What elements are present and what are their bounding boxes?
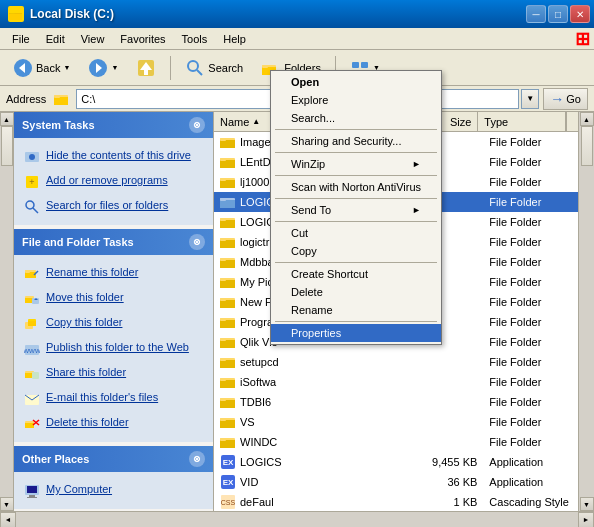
menu-tools[interactable]: Tools — [174, 31, 216, 47]
horiz-scroll-track — [16, 512, 578, 527]
table-row[interactable]: EX LOGICS9,455 KBApplication — [214, 452, 578, 472]
other-places-title: Other Places — [22, 453, 89, 465]
file-folder-tasks-header[interactable]: File and Folder Tasks ⊗ — [14, 229, 213, 255]
file-folder-tasks-collapse[interactable]: ⊗ — [189, 234, 205, 250]
menu-edit[interactable]: Edit — [38, 31, 73, 47]
svg-rect-92 — [220, 378, 226, 381]
forward-dropdown[interactable]: ▼ — [111, 64, 118, 71]
sidebar-item-move[interactable]: Move this folder — [18, 286, 209, 311]
menu-help[interactable]: Help — [215, 31, 254, 47]
context-menu-item-open[interactable]: Open — [271, 73, 441, 91]
svg-rect-62 — [220, 178, 226, 181]
scroll-thumb-left[interactable] — [1, 126, 13, 166]
share-label: Share this folder — [46, 365, 126, 379]
ctx-item-label: WinZip — [291, 158, 325, 170]
folder-icon — [220, 254, 236, 270]
scroll-thumb-right[interactable] — [581, 126, 593, 166]
svg-rect-51 — [27, 486, 37, 493]
context-menu-item-norton[interactable]: Scan with Norton AntiVirus — [271, 178, 441, 196]
sidebar-item-share[interactable]: Share this folder — [18, 361, 209, 386]
sidebar-item-rename[interactable]: Rename this folder — [18, 261, 209, 286]
svg-text:www: www — [24, 346, 40, 355]
svg-rect-86 — [220, 338, 226, 341]
sidebar-item-search-files[interactable]: Search for files or folders — [18, 194, 209, 219]
scroll-down-right[interactable]: ▼ — [580, 497, 594, 511]
minimize-button[interactable]: ─ — [526, 5, 546, 23]
title-bar-left: Local Disk (C:) — [8, 6, 114, 22]
context-menu-item-sharing[interactable]: Sharing and Security... — [271, 132, 441, 150]
file-type: File Folder — [483, 316, 578, 328]
context-menu-item-winzip[interactable]: WinZip► — [271, 155, 441, 173]
sidebar-item-my-computer[interactable]: My Computer — [18, 478, 209, 503]
table-row[interactable]: WINDCFile Folder — [214, 432, 578, 452]
context-menu-item-rename[interactable]: Rename — [271, 301, 441, 319]
menu-file[interactable]: File — [4, 31, 38, 47]
sidebar-item-hide-contents[interactable]: Hide the contents of this drive — [18, 144, 209, 169]
right-scrollbar[interactable]: ▲ ▼ — [578, 112, 594, 511]
maximize-button[interactable]: □ — [548, 5, 568, 23]
other-places-header[interactable]: Other Places ⊗ — [14, 446, 213, 472]
system-tasks-collapse[interactable]: ⊗ — [189, 117, 205, 133]
back-button[interactable]: Back ▼ — [6, 54, 77, 82]
file-size: 1 KB — [414, 496, 483, 508]
go-button[interactable]: → Go — [543, 88, 588, 110]
system-tasks-header[interactable]: System Tasks ⊗ — [14, 112, 213, 138]
file-type: File Folder — [483, 276, 578, 288]
close-button[interactable]: ✕ — [570, 5, 590, 23]
context-menu-item-copy[interactable]: Copy — [271, 242, 441, 260]
table-row[interactable]: setupcdFile Folder — [214, 352, 578, 372]
table-row[interactable]: VSFile Folder — [214, 412, 578, 432]
ctx-item-label: Delete — [291, 286, 323, 298]
ctx-item-label: Create Shortcut — [291, 268, 368, 280]
svg-rect-56 — [220, 138, 226, 141]
context-menu-item-search[interactable]: Search... — [271, 109, 441, 127]
file-name: iSoftwa — [240, 376, 276, 388]
other-places-collapse[interactable]: ⊗ — [189, 451, 205, 467]
search-button[interactable]: Search — [178, 54, 250, 82]
context-menu-item-properties[interactable]: Properties — [271, 324, 441, 342]
file-name-cell: setupcd — [214, 354, 414, 370]
folder-icon — [220, 194, 236, 210]
menu-favorites[interactable]: Favorites — [112, 31, 173, 47]
context-menu-item-create-shortcut[interactable]: Create Shortcut — [271, 265, 441, 283]
context-menu-item-sendto[interactable]: Send To► — [271, 201, 441, 219]
table-row[interactable]: EX VID36 KBApplication — [214, 472, 578, 492]
context-menu-item-delete[interactable]: Delete — [271, 283, 441, 301]
svg-rect-80 — [220, 298, 226, 301]
scroll-left-btn[interactable]: ◄ — [0, 512, 16, 528]
table-row[interactable]: CSS deFaul1 KBCascading Style — [214, 492, 578, 511]
up-button[interactable] — [129, 54, 163, 82]
svg-rect-95 — [220, 398, 226, 401]
back-dropdown[interactable]: ▼ — [63, 64, 70, 71]
scroll-down-left[interactable]: ▼ — [0, 497, 14, 511]
scroll-up-left[interactable]: ▲ — [0, 112, 14, 126]
scroll-track-left — [0, 126, 13, 497]
scroll-right-btn[interactable]: ► — [578, 512, 594, 528]
context-menu-item-explore[interactable]: Explore — [271, 91, 441, 109]
table-row[interactable]: TDBI6File Folder — [214, 392, 578, 412]
sidebar-item-add-remove[interactable]: + Add or remove programs — [18, 169, 209, 194]
sidebar: System Tasks ⊗ Hide the contents of this… — [14, 112, 214, 511]
winxp-logo: ⊞ — [575, 28, 590, 50]
horizontal-scrollbar[interactable]: ◄ ► — [0, 511, 594, 527]
menu-view[interactable]: View — [73, 31, 113, 47]
system-tasks-title: System Tasks — [22, 119, 95, 131]
table-row[interactable]: iSoftwaFile Folder — [214, 372, 578, 392]
folder-icon — [220, 434, 236, 450]
left-scrollbar[interactable]: ▲ ▼ — [0, 112, 14, 511]
sidebar-item-delete[interactable]: Delete this folder — [18, 411, 209, 436]
context-menu-item-cut[interactable]: Cut — [271, 224, 441, 242]
folder-icon — [220, 394, 236, 410]
scroll-up-right[interactable]: ▲ — [580, 112, 594, 126]
submenu-arrow-icon: ► — [412, 205, 421, 215]
sidebar-item-copy[interactable]: Copy this folder — [18, 311, 209, 336]
svg-point-11 — [188, 61, 198, 71]
folder-icon — [220, 274, 236, 290]
address-icon — [54, 92, 74, 106]
col-header-type[interactable]: Type — [478, 112, 565, 131]
sidebar-item-publish[interactable]: www Publish this folder to the Web — [18, 336, 209, 361]
sidebar-item-email[interactable]: E-mail this folder's files — [18, 386, 209, 411]
folder-icon — [220, 314, 236, 330]
address-dropdown[interactable]: ▼ — [521, 89, 539, 109]
forward-button[interactable]: ▼ — [81, 54, 125, 82]
